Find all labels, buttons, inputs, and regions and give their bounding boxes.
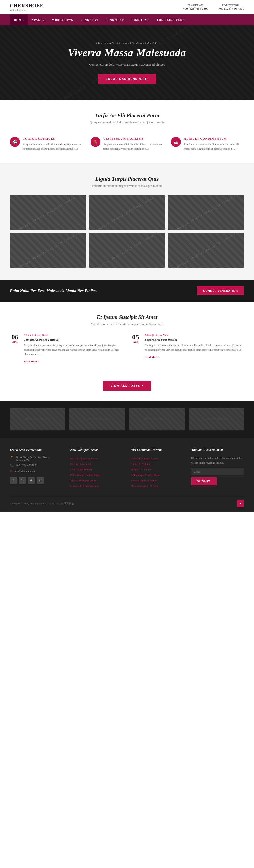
gallery-title: Ligula Turpis Placerat Quis <box>10 176 244 182</box>
gallery-item-5[interactable] <box>89 233 165 268</box>
gallery-placeholder-2 <box>89 195 165 230</box>
footer-phone-text: +00 (123) 456 7890 <box>15 464 37 467</box>
footer-col2-title: Ante Volutpat Iaculis <box>70 448 123 452</box>
blog-subtitle: Molestie dolor blandit mauris porta quam… <box>10 322 244 326</box>
gallery-item-6[interactable] <box>168 233 244 268</box>
footer-col4-text: Ultrices neque sollicitudin id ut amet p… <box>191 456 244 465</box>
gallery-intro: Ligula Turpis Placerat Quis Lobortis eu … <box>10 176 244 188</box>
features-subtitle: Quisque commodo orci id convallis vestib… <box>10 121 244 124</box>
blog-date-1: 06 APR <box>10 334 20 363</box>
feature-text-3: Elit donec sodales varius dictum etiam s… <box>184 142 244 151</box>
view-all-posts-button[interactable]: VIEW ALL POSTS » <box>103 381 151 391</box>
footer-links-3: Nulla Mi Placerat Auctor Cursus Et Volut… <box>131 456 184 489</box>
feature-title-3: Aliquet Condimentum <box>184 137 244 141</box>
social-icon-3[interactable]: ⊕ <box>28 477 35 484</box>
sponsors-section: IMAGE PLACEHOLDER IMAGE PLACEHOLDER IMAG… <box>0 401 254 438</box>
gallery-item-4[interactable] <box>10 233 86 268</box>
nav-link3[interactable]: LINK TEXT <box>128 14 153 25</box>
footer-col1-title: Est Aenean Fermentum <box>10 448 63 452</box>
features-intro: Turfis Ac Elit Placerat Porta Quisque co… <box>0 100 254 132</box>
footer: Est Aenean Fermentum 📍 Street Name & Num… <box>0 438 254 512</box>
facebook-icon[interactable]: f <box>10 477 17 484</box>
newsletter-submit-button[interactable]: SUBMIT <box>191 477 217 485</box>
blog-meta-text-1: Admin | Category Name <box>24 334 48 336</box>
footer-link-2-5[interactable]: Viverra Rhoncus Ipsum <box>70 477 123 483</box>
footer-link-3-6[interactable]: Malesuada Amet Vivamus <box>131 483 184 489</box>
footer-link-3-5[interactable]: Viverra Rhoncus Ipsum <box>131 477 184 483</box>
nav-pages[interactable]: ▾ PAGES <box>28 14 48 25</box>
feature-card-2: 🪑 Vestibulum Facilisis Augue ante auctor… <box>90 137 164 151</box>
contact-label-1: PLACERAT: <box>183 4 209 7</box>
blog-content-1: Admin | Category Name Tempus At Donec Fi… <box>24 334 123 363</box>
gallery-grid <box>10 195 244 268</box>
blog-meta-1: Admin | Category Name <box>24 334 123 336</box>
footer-link-3-1[interactable]: Nulla Mi Placerat Auctor <box>131 456 184 461</box>
read-more-2[interactable]: Read More » <box>145 355 160 359</box>
blog-section: Et Ipsum Suscipit Sit Amet Molestie dolo… <box>0 302 254 376</box>
newsletter-email-input[interactable] <box>191 468 244 475</box>
hero-section: SED DIAM ET LACINIA ALIQUAM Viverra Mass… <box>0 25 254 100</box>
sponsor-2: IMAGE PLACEHOLDER <box>69 408 125 430</box>
nav-long-link[interactable]: LONG LINK TEXT <box>153 14 188 25</box>
feature-icon-1: ⚽ <box>10 137 20 147</box>
nav-dropdown[interactable]: ▾ DROPDOWN <box>48 14 77 25</box>
phone-icon: 📞 <box>10 464 14 467</box>
navbar: HOME ▾ PAGES ▾ DROPDOWN LINK TEXT LINK T… <box>0 14 254 25</box>
sponsor-placeholder-1: IMAGE PLACEHOLDER <box>10 408 66 430</box>
sponsor-placeholder-3: IMAGE PLACEHOLDER <box>129 408 185 430</box>
footer-email-text: info@domain.com <box>14 469 35 472</box>
footer-link-2-1[interactable]: Nulla Mi Placerat Auctor <box>70 456 123 461</box>
blog-date-month-2: APR <box>131 340 141 343</box>
gallery-subtitle: Lobortis eu rutrum ut magna vivamus soda… <box>10 184 244 188</box>
footer-link-2-4[interactable]: Pellentesque Finibus Dolor <box>70 472 123 477</box>
social-icons: f 𝕏 ⊕ in <box>10 477 63 484</box>
contact-phone-1: +00 (123) 456 7890 <box>183 7 209 11</box>
contact-item-2: PORTTITOR: +00 (123) 456 7890 <box>218 4 244 11</box>
blog-meta-text-2: Admin | Category Name <box>145 334 169 336</box>
feature-content-3: Aliquet Condimentum Elit donec sodales v… <box>184 137 244 151</box>
location-icon: 📍 <box>10 456 14 460</box>
footer-link-2-3[interactable]: Mollis Orci Semper <box>70 467 123 472</box>
blog-title: Et Ipsum Suscipit Sit Amet <box>10 314 244 320</box>
footer-col4-title: Aliquam Risus Dolor At <box>191 448 244 452</box>
cta-button[interactable]: CONGUE VENENATIS » <box>197 286 244 295</box>
feature-text-2: Augue ante auctor elit in iaculis nibh a… <box>103 142 164 151</box>
twitter-icon[interactable]: 𝕏 <box>19 477 26 484</box>
blog-excerpt-1: Ex quis ullamcorper lobortis quisque imp… <box>24 343 123 356</box>
blog-post-1: 06 APR Admin | Category Name Tempus At D… <box>10 334 123 363</box>
footer-address: 📍 Street Name & Number, Town, Postcode/Z… <box>10 456 63 462</box>
blog-content-2: Admin | Category Name Lobortis Mi Suspen… <box>145 334 244 363</box>
logo-title: Chershoee <box>10 3 44 9</box>
back-to-top-button[interactable]: ▲ <box>237 500 244 507</box>
hero-cta-button[interactable]: DOLOR NAM HENDRERIT <box>98 74 156 84</box>
feature-content-1: Tortor Ultrices Aliquam lacus commodo si… <box>23 137 83 151</box>
footer-link-2-2[interactable]: Cursus Et Volutpat <box>70 461 123 467</box>
linkedin-icon[interactable]: in <box>37 477 44 484</box>
cta-text: Enim Nulla Nec Eros Malesuada Ligula Nec… <box>10 288 98 293</box>
footer-columns: Est Aenean Fermentum 📍 Street Name & Num… <box>10 448 244 489</box>
nav-link2[interactable]: LINK TEXT <box>103 14 128 25</box>
gallery-item-1[interactable] <box>10 195 86 230</box>
footer-link-3-3[interactable]: Mollis Orci Semper <box>131 467 184 472</box>
hero-eyebrow: SED DIAM ET LACINIA ALIQUAM <box>96 41 158 44</box>
gallery-item-2[interactable] <box>89 195 165 230</box>
feature-icon-3: 🛁 <box>171 137 181 147</box>
feature-card-3: 🛁 Aliquet Condimentum Elit donec sodales… <box>171 137 244 151</box>
sponsor-3: IMAGE PLACEHOLDER <box>129 408 185 430</box>
gallery-item-3[interactable] <box>168 195 244 230</box>
footer-col-3: Nisl Commodo Ut Nam Nulla Mi Placerat Au… <box>131 448 184 489</box>
footer-link-3-4[interactable]: Pellentesque Finibus Dolor <box>131 472 184 477</box>
footer-link-3-2[interactable]: Cursus Et Volutpat <box>131 461 184 467</box>
feature-content-2: Vestibulum Facilisis Augue ante auctor e… <box>103 137 164 151</box>
header: Chershoee vestibulum amet PLACERAT: +00 … <box>0 0 254 14</box>
blog-intro: Et Ipsum Suscipit Sit Amet Molestie dolo… <box>10 314 244 326</box>
nav-link1[interactable]: LINK TEXT <box>77 14 103 25</box>
blog-post-title-1: Tempus At Donec Finibus <box>24 338 123 342</box>
feature-title-2: Vestibulum Facilisis <box>103 137 164 141</box>
read-more-1[interactable]: Read More » <box>24 360 39 363</box>
footer-col-4: Aliquam Risus Dolor At Ultrices neque so… <box>191 448 244 489</box>
sponsor-placeholder-4: IMAGE PLACEHOLDER <box>188 408 244 430</box>
copyright-text: Copyright © 2018,Company name All rights… <box>10 502 74 505</box>
footer-link-2-6[interactable]: Malesuada Amet Vivamus <box>70 483 123 489</box>
nav-home[interactable]: HOME <box>10 14 28 25</box>
